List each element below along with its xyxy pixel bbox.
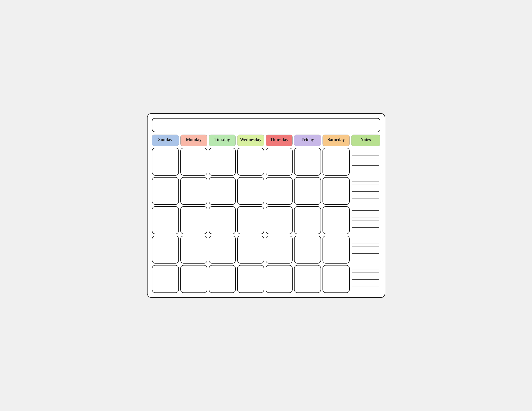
notes-cell-r0 <box>351 148 380 176</box>
day-cell-r2-c3[interactable] <box>237 206 264 234</box>
note-line <box>352 181 379 185</box>
note-line <box>352 237 379 240</box>
note-line <box>352 250 379 254</box>
note-line <box>352 214 379 217</box>
note-line <box>352 240 379 243</box>
day-cell-r1-c4[interactable] <box>266 177 293 205</box>
note-line <box>352 269 379 273</box>
note-line <box>352 192 379 195</box>
day-cell-r4-c3[interactable] <box>237 265 264 293</box>
day-cell-r4-c0[interactable] <box>152 265 179 293</box>
header-sunday: Sunday <box>152 135 179 146</box>
day-cell-r2-c1[interactable] <box>180 206 207 234</box>
day-cell-r1-c5[interactable] <box>294 177 321 205</box>
header-tuesday: Tuesday <box>209 135 236 146</box>
note-line <box>352 152 379 155</box>
day-cell-r4-c4[interactable] <box>266 265 293 293</box>
calendar-container: SundayMondayTuesdayWednesdayThursdayFrid… <box>147 113 385 298</box>
day-cell-r0-c6[interactable] <box>323 148 350 176</box>
notes-cell-r1 <box>351 177 380 205</box>
note-line <box>352 188 379 192</box>
day-cell-r2-c5[interactable] <box>294 206 321 234</box>
note-line <box>352 159 379 162</box>
note-line <box>352 276 379 280</box>
day-cell-r3-c6[interactable] <box>323 236 350 263</box>
notes-cell-r3 <box>351 236 380 263</box>
note-line <box>352 266 379 269</box>
note-line <box>352 247 379 250</box>
day-cell-r4-c1[interactable] <box>180 265 207 293</box>
calendar-grid: SundayMondayTuesdayWednesdayThursdayFrid… <box>152 135 380 293</box>
day-cell-r1-c2[interactable] <box>209 177 236 205</box>
day-cell-r4-c5[interactable] <box>294 265 321 293</box>
note-line <box>352 185 379 188</box>
day-cell-r3-c2[interactable] <box>209 236 236 263</box>
note-line <box>352 162 379 166</box>
day-cell-r3-c5[interactable] <box>294 236 321 263</box>
note-line <box>352 207 379 211</box>
day-cell-r0-c0[interactable] <box>152 148 179 176</box>
day-cell-r0-c1[interactable] <box>180 148 207 176</box>
note-line <box>352 149 379 152</box>
header-friday: Friday <box>294 135 321 146</box>
day-cell-r1-c1[interactable] <box>180 177 207 205</box>
note-line <box>352 211 379 214</box>
note-line <box>352 217 379 221</box>
note-line <box>352 243 379 247</box>
day-cell-r1-c3[interactable] <box>237 177 264 205</box>
day-cell-r1-c0[interactable] <box>152 177 179 205</box>
note-line <box>352 166 379 169</box>
notes-cell-r2 <box>351 206 380 234</box>
day-cell-r3-c1[interactable] <box>180 236 207 263</box>
note-line <box>352 273 379 276</box>
header-thursday: Thursday <box>266 135 293 146</box>
day-cell-r1-c6[interactable] <box>323 177 350 205</box>
day-cell-r3-c3[interactable] <box>237 236 264 263</box>
note-line <box>352 280 379 283</box>
header-saturday: Saturday <box>323 135 350 146</box>
day-cell-r2-c6[interactable] <box>323 206 350 234</box>
day-cell-r3-c0[interactable] <box>152 236 179 263</box>
note-line <box>352 283 379 286</box>
note-line <box>352 155 379 159</box>
note-line <box>352 195 379 198</box>
notes-cell-r4 <box>351 265 380 293</box>
note-line <box>352 221 379 224</box>
note-line <box>352 224 379 228</box>
day-cell-r0-c3[interactable] <box>237 148 264 176</box>
day-cell-r4-c6[interactable] <box>323 265 350 293</box>
day-cell-r0-c2[interactable] <box>209 148 236 176</box>
title-bar[interactable] <box>152 118 380 132</box>
header-monday: Monday <box>180 135 207 146</box>
note-line <box>352 254 379 257</box>
day-cell-r0-c4[interactable] <box>266 148 293 176</box>
day-cell-r2-c0[interactable] <box>152 206 179 234</box>
header-wednesday: Wednesday <box>237 135 264 146</box>
day-cell-r3-c4[interactable] <box>266 236 293 263</box>
note-line <box>352 178 379 181</box>
day-cell-r0-c5[interactable] <box>294 148 321 176</box>
day-cell-r4-c2[interactable] <box>209 265 236 293</box>
day-cell-r2-c4[interactable] <box>266 206 293 234</box>
header-notes: Notes <box>351 135 380 146</box>
day-cell-r2-c2[interactable] <box>209 206 236 234</box>
